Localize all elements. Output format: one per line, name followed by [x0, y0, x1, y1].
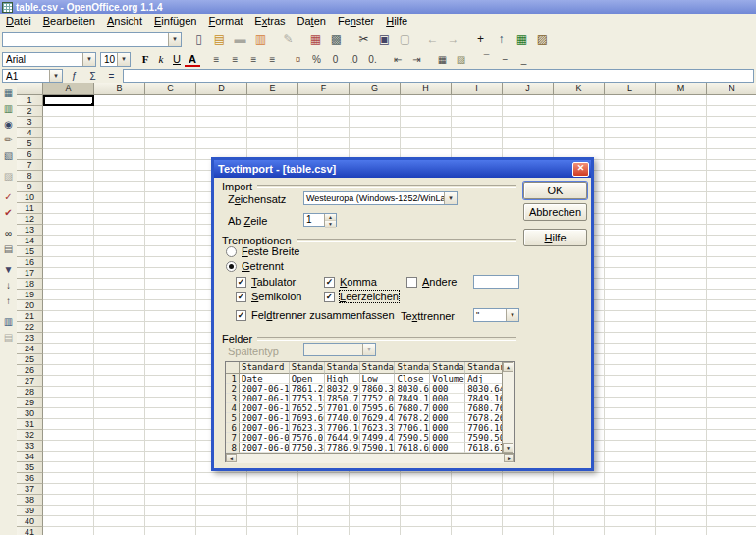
scroll-up-icon[interactable]: ▲: [503, 362, 513, 372]
dialog-title-bar[interactable]: Textimport - [table.csv] ✕: [214, 160, 591, 178]
cell-A24[interactable]: [43, 344, 94, 354]
cell-F36[interactable]: [298, 473, 350, 484]
cell-K4[interactable]: [554, 128, 605, 138]
italic-button[interactable]: k: [153, 52, 169, 67]
url-combo[interactable]: ▼: [2, 32, 182, 47]
menu-fenster[interactable]: Fenster: [332, 15, 380, 27]
cell-K3[interactable]: [554, 117, 605, 128]
cell-C35[interactable]: [145, 462, 196, 473]
cell-M24[interactable]: [656, 344, 707, 354]
cell-A29[interactable]: [43, 398, 94, 408]
cell-M15[interactable]: [656, 246, 707, 257]
cell-M29[interactable]: [656, 398, 707, 408]
cell-J37[interactable]: [503, 484, 554, 495]
cell-A31[interactable]: [43, 419, 94, 430]
cell-C21[interactable]: [145, 311, 196, 322]
cell-B1[interactable]: [94, 95, 145, 106]
cell-G1[interactable]: [350, 95, 401, 106]
cell-M5[interactable]: [656, 138, 707, 149]
cell-C27[interactable]: [145, 376, 196, 387]
menu-einfgen[interactable]: Einfügen: [148, 15, 202, 27]
cell-N40[interactable]: [707, 516, 756, 527]
cell-N20[interactable]: [707, 300, 756, 311]
cell-C41[interactable]: [145, 527, 196, 535]
export-icon[interactable]: ▥: [250, 29, 271, 49]
cell-K36[interactable]: [554, 473, 605, 484]
cell-L27[interactable]: [605, 376, 656, 387]
cell-C32[interactable]: [145, 430, 196, 441]
cell-B21[interactable]: [94, 311, 145, 322]
cell-M1[interactable]: [656, 95, 707, 106]
preview-column-type-7[interactable]: Standard: [465, 362, 502, 374]
cell-B40[interactable]: [94, 516, 145, 527]
row-header-29[interactable]: 29: [17, 398, 43, 408]
row-header-16[interactable]: 16: [17, 257, 43, 268]
cell-N4[interactable]: [707, 128, 756, 138]
cell-F41[interactable]: [298, 527, 350, 535]
cell-J40[interactable]: [503, 516, 554, 527]
cell-I39[interactable]: [452, 506, 503, 516]
charset-select[interactable]: Westeuropa (Windows-1252/WinLatin 1) ▼: [303, 191, 458, 205]
cell-L22[interactable]: [605, 322, 656, 333]
cell-B23[interactable]: [94, 333, 145, 344]
cell-I5[interactable]: [452, 138, 503, 149]
sum-icon[interactable]: Σ: [83, 68, 102, 84]
cell-A20[interactable]: [43, 300, 94, 311]
cell-C3[interactable]: [145, 117, 196, 128]
cell-L17[interactable]: [605, 268, 656, 279]
cell-A37[interactable]: [43, 484, 94, 495]
cell-M8[interactable]: [656, 171, 707, 182]
cell-N21[interactable]: [707, 311, 756, 322]
cell-N41[interactable]: [707, 527, 756, 535]
cell-M35[interactable]: [656, 462, 707, 473]
row-header-27[interactable]: 27: [17, 376, 43, 387]
cell-C38[interactable]: [145, 495, 196, 506]
cell-N32[interactable]: [707, 430, 756, 441]
cell-C2[interactable]: [145, 106, 196, 117]
cell-B24[interactable]: [94, 344, 145, 354]
draw-functions-icon[interactable]: ◉: [0, 116, 17, 132]
cell-C15[interactable]: [145, 246, 196, 257]
cell-C39[interactable]: [145, 506, 196, 516]
cell-L6[interactable]: [605, 149, 656, 160]
cell-I40[interactable]: [452, 516, 503, 527]
cell-B9[interactable]: [94, 182, 145, 192]
row-header-19[interactable]: 19: [17, 290, 43, 300]
cell-A17[interactable]: [43, 268, 94, 279]
cell-C5[interactable]: [145, 138, 196, 149]
spin-up-icon[interactable]: ▲: [325, 214, 336, 221]
cell-G3[interactable]: [350, 117, 401, 128]
cell-C23[interactable]: [145, 333, 196, 344]
cell-K5[interactable]: [554, 138, 605, 149]
cell-A6[interactable]: [43, 149, 94, 160]
cell-L15[interactable]: [605, 246, 656, 257]
column-header-e[interactable]: E: [247, 83, 298, 95]
cell-B20[interactable]: [94, 300, 145, 311]
cell-M13[interactable]: [656, 225, 707, 236]
cell-A1[interactable]: [43, 95, 94, 106]
row-header-15[interactable]: 15: [17, 246, 43, 257]
cell-G39[interactable]: [350, 506, 401, 516]
delimited-radio[interactable]: Getrennt: [226, 260, 284, 272]
cell-E39[interactable]: [247, 506, 298, 516]
cell-H37[interactable]: [401, 484, 452, 495]
cell-K41[interactable]: [554, 527, 605, 535]
cell-H39[interactable]: [401, 506, 452, 516]
cell-N29[interactable]: [707, 398, 756, 408]
row-header-33[interactable]: 33: [17, 441, 43, 452]
cell-B15[interactable]: [94, 246, 145, 257]
cell-B32[interactable]: [94, 430, 145, 441]
cell-A18[interactable]: [43, 279, 94, 290]
row-header-25[interactable]: 25: [17, 354, 43, 365]
cell-I2[interactable]: [452, 106, 503, 117]
help-button[interactable]: Hilfe: [523, 229, 587, 246]
cell-C26[interactable]: [145, 365, 196, 376]
cell-M32[interactable]: [656, 430, 707, 441]
align-center-icon[interactable]: ≡: [226, 51, 244, 68]
cell-M6[interactable]: [656, 149, 707, 160]
chevron-down-icon[interactable]: ▼: [117, 53, 130, 66]
delete-decimal-icon[interactable]: 0.: [363, 51, 382, 68]
formula-input[interactable]: [123, 69, 754, 83]
cell-B31[interactable]: [94, 419, 145, 430]
cell-E37[interactable]: [247, 484, 298, 495]
